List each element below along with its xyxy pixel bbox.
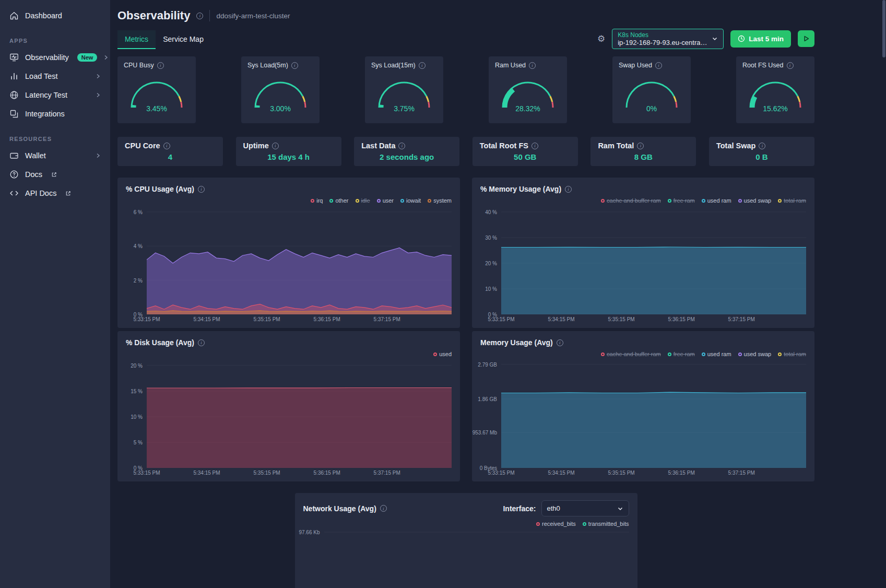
- sidebar-item-label: Docs: [25, 170, 42, 179]
- chevron-right-icon: [96, 74, 101, 79]
- sidebar-item-wallet[interactable]: Wallet: [0, 146, 110, 165]
- legend-item-used-ram[interactable]: used ram: [702, 351, 731, 357]
- info-icon[interactable]: i: [419, 62, 426, 69]
- interface-select[interactable]: eth0: [541, 500, 629, 516]
- y-tick-label: 953.67 Mb: [472, 430, 497, 436]
- y-tick-label: 15 %: [131, 388, 143, 394]
- info-icon[interactable]: i: [380, 505, 387, 512]
- sidebar-item-docs[interactable]: Docs: [0, 165, 110, 184]
- sidebar-item-latency-test[interactable]: Latency Test: [0, 86, 110, 104]
- info-icon[interactable]: i: [655, 62, 662, 69]
- time-range-button[interactable]: Last 5 min: [730, 30, 791, 48]
- sidebar-item-label: Observability: [25, 53, 69, 62]
- legend-marker: [400, 199, 404, 203]
- info-icon[interactable]: i: [157, 62, 164, 69]
- stat-value: 2 seconds ago: [361, 152, 452, 161]
- info-icon[interactable]: i: [565, 186, 572, 193]
- legend-item-used-ram[interactable]: used ram: [702, 197, 731, 204]
- legend-item-used-swap[interactable]: used swap: [738, 197, 772, 204]
- y-tick-label: 1.86 GB: [478, 396, 497, 402]
- gear-icon[interactable]: ⚙: [597, 34, 605, 43]
- info-icon[interactable]: i: [291, 62, 298, 69]
- legend-item-free-ram[interactable]: free ram: [668, 197, 695, 204]
- chart-legend: cache and buffer ramfree ramused ramused…: [480, 351, 806, 357]
- info-icon[interactable]: i: [529, 62, 536, 69]
- gauge-title: CPU Busyi: [124, 62, 190, 69]
- node-selector[interactable]: K8s Nodes ip-192-168-79-93.eu-central-..…: [612, 29, 724, 49]
- new-badge: New: [77, 53, 98, 62]
- tabbar: MetricsService Map ⚙ K8s Nodes ip-192-16…: [117, 28, 814, 49]
- sidebar-item-integrations[interactable]: Integrations: [0, 104, 110, 123]
- external-link-icon: [65, 191, 71, 196]
- legend-item-transmitted-bits[interactable]: transmitted_bits: [583, 521, 629, 527]
- legend-item-cache-and-buffer-ram[interactable]: cache and buffer ram: [601, 351, 661, 357]
- legend-label: used swap: [744, 351, 772, 357]
- info-icon[interactable]: i: [787, 62, 794, 69]
- legend-item-iowait[interactable]: iowait: [400, 197, 421, 204]
- sidebar-item-observability[interactable]: ObservabilityNew: [0, 48, 110, 67]
- legend-item-cache-and-buffer-ram[interactable]: cache and buffer ram: [601, 197, 661, 204]
- play-button[interactable]: [798, 30, 814, 47]
- sidebar-item-dashboard[interactable]: Dashboard: [0, 6, 110, 25]
- legend-item-user[interactable]: user: [377, 197, 394, 204]
- tab-metrics[interactable]: Metrics: [117, 30, 156, 49]
- x-tick-label: 5:34:15 PM: [548, 470, 574, 476]
- x-tick-label: 5:36:15 PM: [668, 316, 695, 322]
- gauge: 3.75%: [371, 73, 437, 114]
- legend-marker: [778, 199, 782, 203]
- info-icon[interactable]: i: [163, 143, 170, 149]
- legend-item-total-ram[interactable]: total ram: [778, 197, 806, 204]
- stat-card-ram-total: Ram Totali8 GB: [590, 137, 696, 166]
- chart-title: % CPU Usage (Avg): [126, 185, 194, 193]
- info-icon[interactable]: i: [272, 143, 279, 149]
- stat-value: 15 days 4 h: [243, 152, 334, 161]
- plot-area[interactable]: [147, 360, 452, 468]
- latency-test-icon: [9, 90, 19, 100]
- legend-label: used swap: [744, 197, 772, 204]
- plot-area[interactable]: [147, 207, 452, 314]
- x-axis: 5:33:15 PM5:34:15 PM5:35:15 PM5:36:15 PM…: [501, 468, 806, 476]
- legend-label: system: [433, 197, 452, 204]
- legend-item-used-swap[interactable]: used swap: [738, 351, 772, 357]
- info-icon[interactable]: i: [531, 143, 538, 149]
- info-icon[interactable]: i: [759, 143, 765, 149]
- legend-item-system[interactable]: system: [428, 197, 452, 204]
- sidebar-item-label: Load Test: [25, 72, 58, 80]
- legend-marker: [668, 352, 671, 356]
- info-icon[interactable]: i: [198, 339, 205, 346]
- stat-value: 50 GB: [480, 152, 571, 161]
- y-tick-label: 10 %: [485, 286, 497, 291]
- info-icon[interactable]: i: [398, 143, 405, 149]
- x-tick-label: 5:34:15 PM: [548, 316, 574, 322]
- info-icon[interactable]: i: [557, 339, 563, 346]
- chart-canvas: [147, 360, 452, 468]
- y-tick-label: 2 %: [134, 277, 143, 283]
- info-icon[interactable]: i: [637, 143, 644, 149]
- charts-grid: % CPU Usage (Avg)iirqotheridleuseriowait…: [117, 178, 814, 481]
- chart-title: % Disk Usage (Avg): [126, 338, 194, 347]
- sidebar-item-api-docs[interactable]: API Docs: [0, 184, 110, 203]
- plot-area[interactable]: [501, 360, 806, 468]
- chart-title: % Memory Usage (Avg): [480, 185, 561, 193]
- node-selector-texts: K8s Nodes ip-192-168-79-93.eu-central-..…: [618, 31, 708, 46]
- legend-item-received-bits[interactable]: received_bits: [536, 521, 576, 527]
- main-content: Observability i ddosify-arm-test-cluster…: [110, 0, 886, 588]
- legend-item-idle[interactable]: idle: [356, 197, 370, 204]
- legend-marker: [356, 199, 359, 203]
- legend-item-irq[interactable]: irq: [311, 197, 323, 204]
- sidebar-item-load-test[interactable]: Load Test: [0, 67, 110, 86]
- gauge-card-sys-load-5m: Sys Load(5m)i3.00%: [241, 56, 320, 123]
- plot-area[interactable]: [501, 207, 806, 314]
- legend-item-total-ram[interactable]: total ram: [778, 351, 806, 357]
- gauge-card-ram-used: Ram Usedi28.32%: [489, 56, 567, 123]
- info-icon[interactable]: i: [196, 13, 203, 19]
- legend-item-other[interactable]: other: [329, 197, 348, 204]
- gauge-card-cpu-busy: CPU Busyi3.45%: [117, 56, 196, 123]
- plot-area[interactable]: [324, 530, 629, 588]
- legend-item-free-ram[interactable]: free ram: [668, 351, 695, 357]
- tab-service-map[interactable]: Service Map: [156, 30, 211, 49]
- legend-item-used[interactable]: used: [433, 351, 452, 357]
- scrollbar-thumb[interactable]: [882, 0, 885, 57]
- legend-marker: [738, 199, 742, 203]
- info-icon[interactable]: i: [198, 186, 205, 193]
